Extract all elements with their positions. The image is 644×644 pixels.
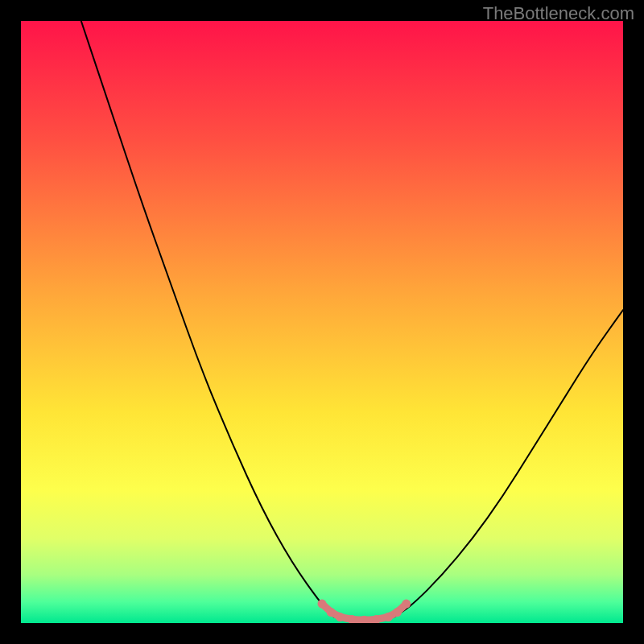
chart-container: TheBottleneck.com — [0, 0, 644, 644]
plot-area — [21, 21, 623, 623]
watermark-text: TheBottleneck.com — [483, 3, 634, 24]
series-highlight-bottom-dot — [393, 608, 402, 617]
chart-svg — [21, 21, 623, 623]
series-highlight-bottom-dot — [336, 613, 345, 621]
series-highlight-bottom-dot — [384, 613, 393, 621]
series-highlight-bottom-dot — [318, 600, 327, 609]
series-highlight-bottom-dot — [327, 608, 336, 617]
series-highlight-bottom-dot — [402, 600, 411, 609]
